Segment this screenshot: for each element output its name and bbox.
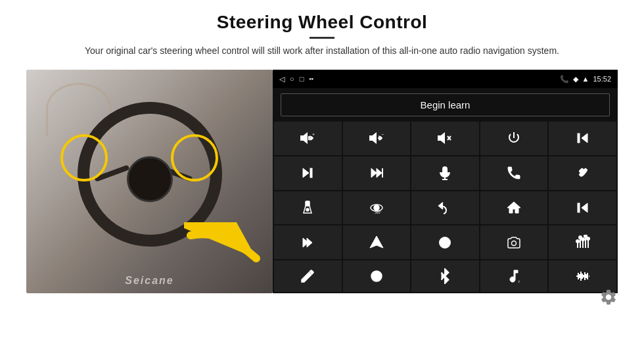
phone-status-icon: 📞 (560, 75, 569, 84)
vol-mute-button[interactable] (411, 122, 479, 155)
svg-point-41 (579, 236, 582, 239)
svg-point-23 (306, 208, 309, 211)
wifi-status-icon: ◆ (573, 75, 578, 84)
svg-text:−: − (381, 132, 384, 137)
svg-text:♪: ♪ (518, 279, 520, 283)
recents-icon: □ (300, 75, 304, 83)
highlight-right (171, 134, 218, 181)
home-nav-button[interactable] (480, 191, 548, 225)
bluetooth-button[interactable] (411, 260, 479, 292)
svg-rect-28 (578, 203, 580, 212)
swap-button[interactable] (411, 226, 479, 259)
title-divider (310, 37, 334, 39)
power-button[interactable] (480, 122, 548, 155)
control-panel: ◁ ○ □ ▪▪ 📞 ◆ ▲ 15:52 Begin learn + (273, 70, 618, 293)
fast-forward-button[interactable] (274, 226, 342, 259)
status-bar-right: 📞 ◆ ▲ 15:52 (560, 75, 611, 84)
pen-button[interactable] (274, 260, 342, 292)
brand-watermark: Seicane (125, 275, 173, 287)
svg-point-44 (587, 237, 589, 240)
steering-wheel-image: Seicane (26, 70, 273, 293)
microphone-button[interactable] (411, 156, 479, 190)
begin-learn-button[interactable]: Begin learn (281, 93, 610, 116)
next-track-skip-button[interactable] (343, 156, 411, 190)
svg-marker-27 (582, 203, 587, 212)
prev-track-button[interactable] (549, 122, 616, 155)
status-bar-left: ◁ ○ □ ▪▪ (279, 75, 313, 84)
svg-marker-16 (371, 168, 377, 178)
page-bottom (26, 293, 618, 306)
music-button[interactable]: ♪ (480, 260, 548, 292)
icon-grid: + − (273, 122, 618, 293)
svg-marker-17 (377, 168, 382, 178)
back-nav-button[interactable] (411, 191, 479, 225)
signal-icon: ▪▪ (309, 76, 313, 82)
content-area: Seicane ◁ ○ □ ▪▪ 📞 ◆ ▲ 15:52 Be (26, 70, 618, 293)
home-circle-icon: ○ (290, 75, 294, 83)
svg-point-42 (582, 238, 584, 241)
navigation-button[interactable] (343, 226, 411, 259)
svg-point-40 (576, 240, 579, 243)
back-icon: ◁ (279, 75, 285, 84)
status-bar: ◁ ○ □ ▪▪ 📞 ◆ ▲ 15:52 (273, 70, 618, 88)
subtitle-text: Your original car's steering wheel contr… (85, 44, 559, 58)
vol-down-button[interactable]: − (343, 122, 411, 155)
svg-text:+: + (312, 132, 315, 137)
svg-point-43 (584, 235, 587, 237)
waveform-button[interactable] (549, 260, 616, 292)
svg-marker-9 (438, 133, 444, 143)
skip-back-button[interactable] (549, 191, 616, 225)
svg-point-34 (512, 241, 517, 245)
vol-up-button[interactable]: + (274, 122, 342, 155)
time-display: 15:52 (593, 75, 611, 83)
highlight-left (60, 134, 108, 181)
camera-button[interactable] (480, 226, 548, 259)
svg-rect-15 (310, 168, 312, 178)
svg-marker-14 (303, 168, 309, 178)
svg-marker-30 (307, 238, 312, 247)
svg-marker-12 (582, 133, 587, 143)
phone-call-button[interactable] (480, 156, 548, 190)
hang-up-button[interactable] (549, 156, 616, 190)
svg-rect-22 (306, 201, 310, 206)
settings-gear-icon[interactable] (599, 288, 618, 306)
equalizer-button[interactable] (549, 226, 616, 259)
flashlight-button[interactable] (274, 191, 342, 225)
record-button[interactable] (343, 260, 411, 292)
svg-point-46 (374, 274, 379, 279)
svg-point-24 (374, 205, 379, 210)
svg-point-33 (443, 241, 447, 245)
svg-marker-1 (301, 133, 307, 143)
svg-marker-6 (370, 133, 376, 143)
svg-marker-31 (370, 236, 383, 248)
title-section: Steering Wheel Control Your original car… (85, 12, 559, 58)
page-title: Steering Wheel Control (85, 12, 559, 33)
svg-text:360°: 360° (375, 210, 381, 214)
yellow-arrow (184, 222, 269, 281)
svg-rect-13 (578, 133, 580, 143)
signal-strength-icon: ▲ (582, 75, 589, 83)
sw-center-hub (127, 156, 173, 203)
360-cam-button[interactable]: 360° (343, 191, 411, 225)
next-play-button[interactable] (274, 156, 342, 190)
